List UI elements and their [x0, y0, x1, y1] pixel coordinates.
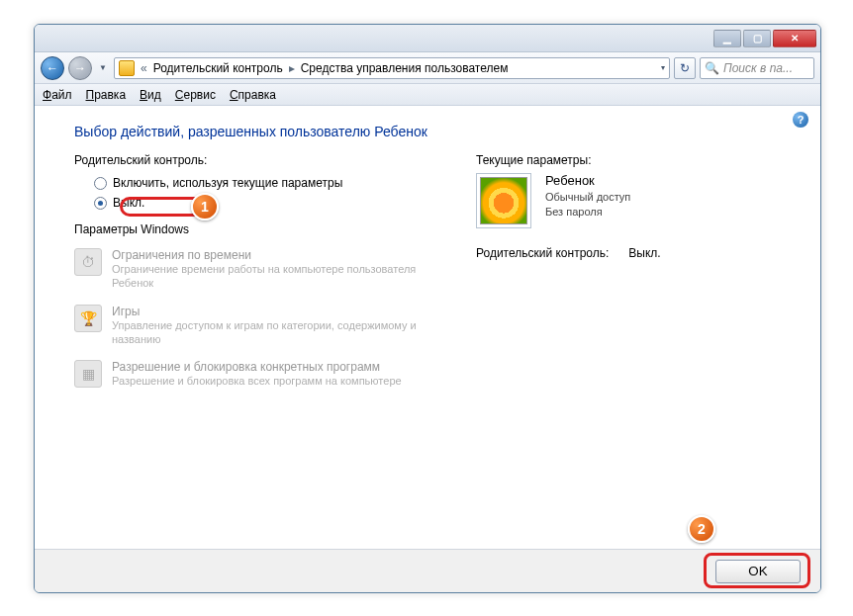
setting-programs-desc: Разрешение и блокировка всех программ на…: [112, 374, 402, 388]
menu-view[interactable]: Вид: [140, 88, 161, 102]
help-icon[interactable]: ?: [793, 112, 808, 128]
page-title: Выбор действий, разрешенных пользователю…: [74, 124, 791, 139]
menu-tools[interactable]: Сервис: [175, 88, 216, 102]
breadcrumb-segment-2[interactable]: Средства управления пользователем: [301, 61, 509, 75]
current-params-label: Текущие параметры:: [476, 153, 791, 167]
avatar: [476, 173, 531, 228]
windows-params-header: Параметры Windows: [74, 222, 440, 236]
forward-button[interactable]: →: [68, 56, 92, 80]
setting-games: 🏆 Игры Управление доступом к играм по ка…: [74, 301, 440, 357]
breadcrumb-segment-1[interactable]: Родительский контроль: [153, 61, 283, 75]
refresh-icon: ↻: [680, 61, 690, 75]
user-password: Без пароля: [545, 205, 630, 220]
radio-enable-circle: [94, 177, 107, 190]
setting-time-desc: Ограничение времени работы на компьютере…: [112, 262, 440, 291]
radio-disable-circle: [94, 197, 107, 210]
parental-control-label: Родительский контроль:: [74, 153, 440, 167]
close-button[interactable]: ✕: [773, 30, 816, 47]
user-name: Ребенок: [545, 173, 630, 188]
window: ▁ ▢ ✕ ← → ▼ « Родительский контроль ▸ Ср…: [34, 24, 821, 593]
footer: OK 2: [35, 549, 820, 592]
programs-icon: ▦: [74, 360, 102, 388]
radio-disable-label: Выкл.: [113, 196, 144, 210]
radio-enable-label: Включить, используя текущие параметры: [113, 176, 342, 190]
setting-games-desc: Управление доступом к играм по категории…: [112, 318, 440, 347]
radio-enable[interactable]: Включить, используя текущие параметры: [94, 173, 440, 193]
radio-disable[interactable]: Выкл.: [94, 193, 440, 213]
minimize-button[interactable]: ▁: [713, 30, 741, 47]
titlebar: ▁ ▢ ✕: [35, 25, 820, 52]
setting-games-title: Игры: [112, 305, 440, 318]
address-icon: [119, 60, 135, 76]
navbar: ← → ▼ « Родительский контроль ▸ Средства…: [35, 52, 820, 84]
menu-file[interactable]: Файл: [43, 88, 72, 102]
left-column: Родительский контроль: Включить, использ…: [74, 153, 440, 397]
menubar: Файл Правка Вид Сервис Справка: [35, 84, 820, 106]
menu-edit[interactable]: Правка: [86, 88, 127, 102]
parental-control-status-row: Родительский контроль: Выкл.: [476, 246, 791, 260]
search-icon: 🔍: [705, 61, 719, 75]
address-dropdown-icon[interactable]: ▾: [661, 63, 665, 72]
search-placeholder: Поиск в па...: [723, 61, 793, 75]
clock-icon: ⏱: [74, 248, 102, 276]
setting-programs-title: Разрешение и блокировка конкретных прогр…: [112, 360, 402, 374]
pc-status-label: Родительский контроль:: [476, 246, 609, 260]
user-box: Ребенок Обычный доступ Без пароля: [476, 173, 791, 228]
breadcrumb-chevron: «: [141, 61, 147, 75]
content-area: ? Выбор действий, разрешенных пользовате…: [35, 106, 820, 549]
user-access: Обычный доступ: [545, 190, 630, 205]
pc-status-value: Выкл.: [628, 246, 660, 260]
maximize-button[interactable]: ▢: [743, 30, 771, 47]
address-bar[interactable]: « Родительский контроль ▸ Средства управ…: [114, 57, 670, 79]
avatar-image: [480, 177, 527, 224]
search-box[interactable]: 🔍 Поиск в па...: [700, 57, 814, 79]
setting-time-title: Ограничения по времени: [112, 248, 440, 262]
setting-time: ⏱ Ограничения по времени Ограничение вре…: [74, 244, 440, 301]
back-button[interactable]: ←: [41, 56, 64, 80]
breadcrumb-separator: ▸: [289, 61, 295, 75]
ok-button[interactable]: OK: [715, 560, 801, 583]
menu-help[interactable]: Справка: [230, 88, 276, 102]
nav-history-dropdown[interactable]: ▼: [96, 56, 110, 80]
trophy-icon: 🏆: [74, 305, 102, 332]
refresh-button[interactable]: ↻: [674, 57, 696, 79]
setting-programs: ▦ Разрешение и блокировка конкретных про…: [74, 356, 440, 397]
right-column: Текущие параметры: Ребенок Обычный досту…: [476, 153, 791, 397]
